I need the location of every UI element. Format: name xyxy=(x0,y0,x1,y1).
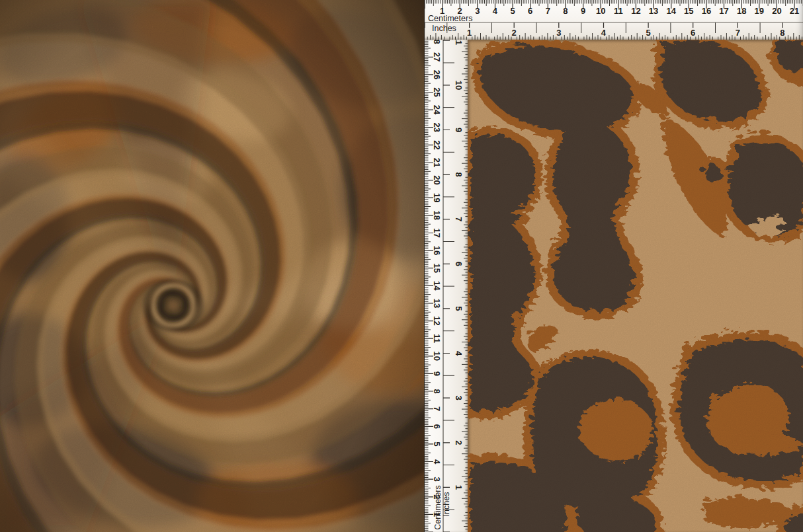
cm-number: 14 xyxy=(432,281,442,291)
cm-number: 7 xyxy=(546,6,550,16)
cm-number: 7 xyxy=(432,406,442,411)
inch-number: 11 xyxy=(454,40,464,45)
inch-number: 9 xyxy=(454,128,464,132)
cm-number: 6 xyxy=(528,6,532,16)
cm-minor-ticks xyxy=(427,0,802,4)
cm-number: 10 xyxy=(596,6,605,16)
inch-number: 3 xyxy=(454,396,464,400)
cm-number: 26 xyxy=(432,70,442,79)
cm-number: 20 xyxy=(432,175,442,184)
cm-number: 18 xyxy=(737,6,746,16)
cm-number: 23 xyxy=(432,122,442,132)
cm-number: 12 xyxy=(631,6,640,16)
cm-number: 28 xyxy=(432,40,442,44)
inch-number: 5 xyxy=(454,306,464,311)
cm-number: 3 xyxy=(475,6,480,16)
fabric-flat-swatch xyxy=(468,40,803,532)
cm-number: 3 xyxy=(432,476,442,481)
cm-number: 24 xyxy=(432,105,442,115)
cm-number: 15 xyxy=(432,263,442,272)
horizontal-centimeters-label: Centimeters xyxy=(428,14,472,23)
fabric-product-photo: 1234567891011121314151617181920211234567… xyxy=(0,0,803,532)
vertical-ruler-ticks: 1234567891011121314151617181920212223242… xyxy=(425,40,468,532)
cm-number: 18 xyxy=(432,211,442,220)
flat-swatch-canvas xyxy=(468,40,803,532)
cm-number: 19 xyxy=(432,193,442,202)
inch-number: 6 xyxy=(454,262,464,266)
cm-number: 9 xyxy=(581,6,585,16)
cm-number: 13 xyxy=(432,299,442,308)
inch-number: 5 xyxy=(646,28,650,38)
cm-minor-ticks xyxy=(425,40,429,530)
cm-number: 8 xyxy=(563,6,568,16)
photo-grain xyxy=(0,0,424,532)
inch-number: 1 xyxy=(467,28,472,38)
inch-number: 6 xyxy=(691,28,695,38)
cm-number: 20 xyxy=(772,6,781,16)
cm-number: 22 xyxy=(432,140,442,149)
cm-number: 11 xyxy=(614,6,623,16)
inch-number: 7 xyxy=(454,217,464,221)
inch-number: 2 xyxy=(454,440,464,445)
inch-number: 10 xyxy=(454,81,464,90)
vertical-ruler-canvas: 1234567891011121314151617181920212223242… xyxy=(425,40,468,532)
cm-number: 13 xyxy=(649,6,658,16)
cm-number: 27 xyxy=(432,52,442,61)
inch-number: 2 xyxy=(512,28,517,38)
cm-number: 10 xyxy=(432,352,442,361)
horizontal-ruler-canvas: 1234567891011121314151617181920211234567… xyxy=(425,0,803,40)
cm-number: 17 xyxy=(719,6,728,16)
cm-number: 16 xyxy=(432,246,442,255)
inch-number: 8 xyxy=(780,28,784,38)
horizontal-ruler: 1234567891011121314151617181920211234567… xyxy=(424,0,803,40)
vertical-inches-label: Inches xyxy=(442,492,451,517)
cm-number: 9 xyxy=(432,371,442,376)
cm-number: 8 xyxy=(432,389,442,393)
fabric-grain-texture xyxy=(468,40,803,532)
inch-number: 4 xyxy=(454,351,464,356)
fabric-swirl-photo xyxy=(0,0,424,532)
cm-number: 4 xyxy=(432,459,442,465)
inch-number: 7 xyxy=(736,28,740,38)
cm-number: 15 xyxy=(684,6,693,16)
cm-number: 6 xyxy=(432,424,442,429)
cm-number: 21 xyxy=(432,158,442,167)
cm-number: 11 xyxy=(432,334,442,343)
inch-minor-ticks xyxy=(427,33,802,40)
cm-number: 21 xyxy=(790,6,799,16)
cm-number: 16 xyxy=(702,6,711,16)
cm-number: 12 xyxy=(432,316,442,325)
cm-number: 5 xyxy=(510,6,515,16)
horizontal-inches-label: Inches xyxy=(432,24,456,33)
inch-number: 4 xyxy=(601,28,607,38)
inch-number: 3 xyxy=(556,28,561,38)
vertical-centimeters-label: Centimeters xyxy=(433,485,443,529)
horizontal-ruler-ticks: 1234567891011121314151617181920211234567… xyxy=(425,0,803,40)
inch-number: 1 xyxy=(454,485,464,490)
inch-minor-ticks xyxy=(462,40,468,529)
cm-number: 14 xyxy=(666,6,676,16)
cm-number: 4 xyxy=(493,6,498,16)
cm-number: 5 xyxy=(432,441,442,446)
cm-number: 25 xyxy=(432,87,442,96)
inch-number: 8 xyxy=(454,172,464,176)
cm-number: 19 xyxy=(755,6,764,16)
cm-number: 17 xyxy=(432,228,442,237)
swirl-photo-canvas xyxy=(0,0,424,532)
vertical-ruler: 1234567891011121314151617181920212223242… xyxy=(424,40,468,532)
